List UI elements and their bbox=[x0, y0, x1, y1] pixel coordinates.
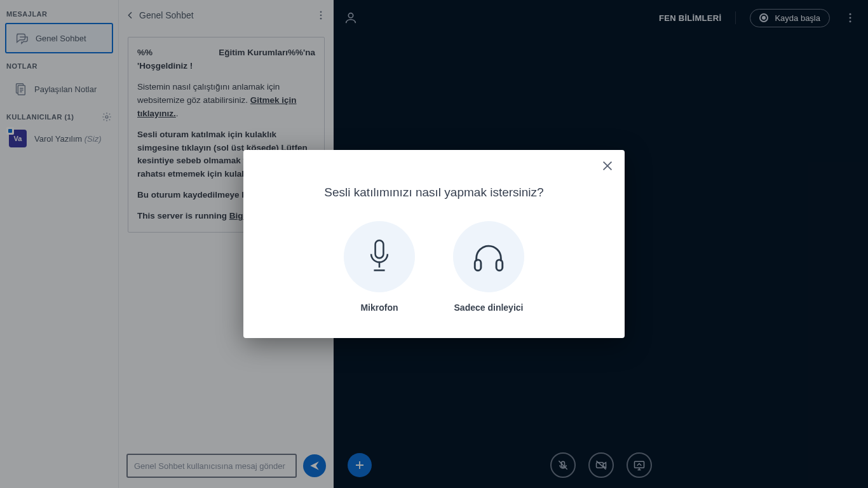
microphone-icon bbox=[344, 221, 415, 292]
audio-join-modal: Sesli katılımınızı nasıl yapmak istersin… bbox=[243, 150, 625, 338]
svg-rect-14 bbox=[496, 260, 503, 271]
close-button[interactable] bbox=[600, 159, 616, 174]
microphone-label: Mikrofon bbox=[360, 302, 398, 313]
join-microphone-option[interactable]: Mikrofon bbox=[344, 221, 415, 313]
modal-title: Sesli katılımınızı nasıl yapmak istersin… bbox=[265, 186, 603, 200]
svg-rect-12 bbox=[376, 240, 384, 258]
headphones-icon bbox=[453, 221, 524, 292]
svg-rect-13 bbox=[475, 260, 481, 271]
listen-only-label: Sadece dinleyici bbox=[454, 302, 524, 313]
listen-only-option[interactable]: Sadece dinleyici bbox=[453, 221, 524, 313]
modal-scrim[interactable]: Sesli katılımınızı nasıl yapmak istersin… bbox=[0, 0, 868, 488]
